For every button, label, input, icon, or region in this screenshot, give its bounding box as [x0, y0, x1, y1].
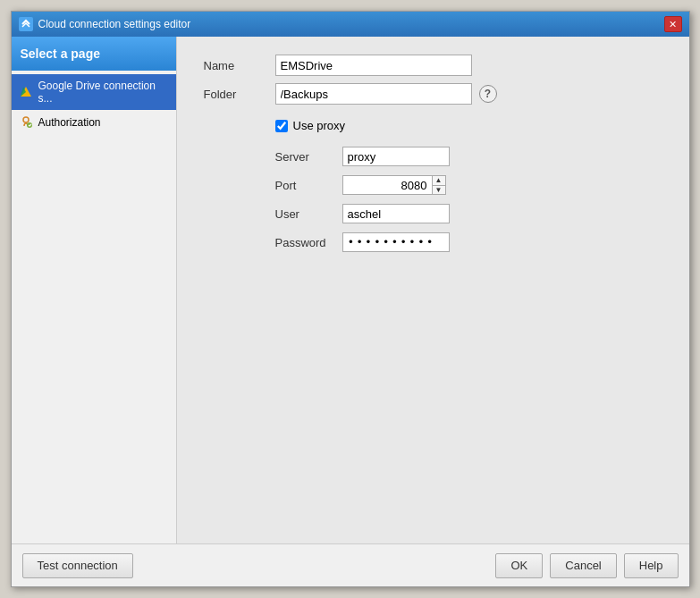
help-button[interactable]: Help — [624, 553, 679, 578]
server-label: Server — [275, 150, 342, 164]
svg-point-5 — [27, 122, 32, 128]
port-spinner-group: ▲ ▼ — [342, 175, 446, 195]
name-input[interactable] — [275, 55, 472, 76]
window-icon — [19, 17, 33, 31]
folder-input[interactable] — [275, 83, 472, 105]
server-input[interactable] — [342, 147, 450, 166]
footer-right-buttons: OK Cancel Help — [495, 553, 678, 578]
svg-point-4 — [23, 117, 29, 122]
test-connection-button[interactable]: Test connection — [22, 553, 133, 578]
sidebar-header: Select a page — [12, 37, 176, 71]
use-proxy-label[interactable]: Use proxy — [293, 119, 346, 132]
use-proxy-row: Use proxy — [275, 119, 662, 132]
help-icon[interactable]: ? — [479, 85, 497, 103]
server-row: Server — [275, 147, 662, 166]
titlebar-left: Cloud connection settings editor — [19, 17, 191, 31]
folder-row: Folder ? — [204, 83, 662, 105]
sidebar: Select a page Google Drive connection s.… — [12, 37, 177, 543]
port-increment-button[interactable]: ▲ — [433, 176, 445, 186]
google-drive-icon — [19, 85, 33, 99]
close-button[interactable]: ✕ — [664, 16, 682, 32]
folder-label: Folder — [204, 88, 275, 101]
sidebar-item-google-drive[interactable]: Google Drive connection s... — [12, 74, 176, 110]
password-label: Password — [275, 236, 342, 249]
sidebar-item-google-drive-label: Google Drive connection s... — [38, 80, 169, 105]
main-window: Cloud connection settings editor ✕ Selec… — [11, 11, 690, 587]
password-input[interactable] — [342, 232, 450, 252]
titlebar: Cloud connection settings editor ✕ — [12, 12, 689, 37]
password-row: Password — [275, 232, 662, 252]
sidebar-item-authorization[interactable]: Authorization — [12, 110, 176, 135]
port-decrement-button[interactable]: ▼ — [433, 186, 445, 195]
sidebar-items: Google Drive connection s... Authorizati… — [12, 71, 176, 139]
ok-button[interactable]: OK — [495, 553, 543, 578]
port-row: Port ▲ ▼ — [275, 175, 662, 195]
user-input[interactable] — [342, 204, 450, 223]
sidebar-item-authorization-label: Authorization — [38, 116, 101, 129]
port-input[interactable] — [342, 175, 432, 195]
name-label: Name — [204, 59, 275, 72]
proxy-section: Server Port ▲ ▼ User — [275, 147, 662, 252]
authorization-icon — [19, 115, 33, 130]
titlebar-title: Cloud connection settings editor — [38, 18, 191, 30]
port-spinners: ▲ ▼ — [432, 175, 446, 195]
user-row: User — [275, 204, 662, 223]
port-label: Port — [275, 179, 342, 192]
name-row: Name — [204, 55, 662, 76]
cancel-button[interactable]: Cancel — [550, 553, 616, 578]
folder-input-group: ? — [275, 83, 497, 105]
footer: Test connection OK Cancel Help — [12, 543, 689, 586]
user-label: User — [275, 207, 342, 221]
main-content: Name Folder ? Use proxy Server — [177, 37, 689, 543]
use-proxy-checkbox[interactable] — [275, 120, 288, 132]
content-area: Select a page Google Drive connection s.… — [12, 37, 689, 543]
